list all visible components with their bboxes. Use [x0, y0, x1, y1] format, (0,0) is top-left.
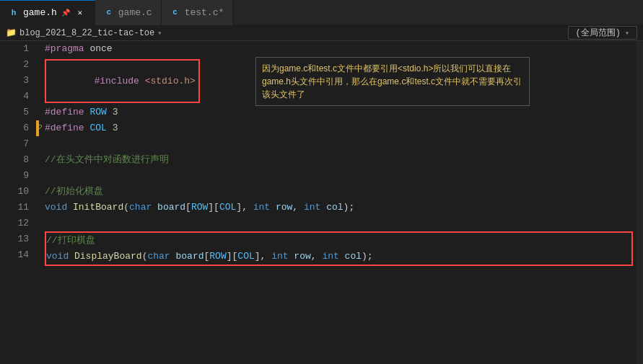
- line-num-9: 9: [14, 168, 29, 184]
- code-line-6: 🖊 #define COL 3: [45, 120, 636, 136]
- tab-label: game.h: [23, 7, 57, 18]
- tab-label: test.c*: [185, 7, 224, 18]
- scope-label: (全局范围): [576, 27, 621, 39]
- line-num-11: 11: [14, 200, 29, 216]
- line-num-6: 6: [14, 120, 29, 136]
- code-line-14: void DisplayBoard(char board[ROW][COL], …: [46, 249, 631, 265]
- tab-game-h[interactable]: h game.h 📌 ✕: [0, 0, 95, 25]
- c-file-icon2: c: [170, 7, 180, 17]
- code-line-8: //在头文件中对函数进行声明: [45, 152, 636, 168]
- pencil-icon: 🖊: [39, 122, 43, 138]
- annotation-box: 因为game.c和test.c文件中都要引用<stdio.h>所以我们可以直接在…: [255, 57, 530, 106]
- folder-icon: 📁: [6, 27, 17, 38]
- line-num-1: 1: [14, 41, 29, 57]
- pin-icon: 📌: [61, 9, 70, 17]
- code-line-12: [45, 216, 636, 231]
- line-num-12: 12: [14, 216, 29, 231]
- annotation-text: 因为game.c和test.c文件中都要引用<stdio.h>所以我们可以直接在…: [262, 63, 522, 99]
- code-line-5: #define ROW 3: [45, 105, 636, 120]
- tab-game-c[interactable]: c game.c: [95, 0, 162, 25]
- tab-bar: h game.h 📌 ✕ c game.c c test.c*: [0, 0, 643, 25]
- line-num-8: 8: [14, 152, 29, 168]
- line-numbers: 1 2 3 4 5 6 7 8 9 10 11 12 13 14: [0, 41, 36, 364]
- code-line-10: //初始化棋盘: [45, 184, 636, 200]
- code-line-9: [45, 168, 636, 184]
- c-file-icon: c: [104, 7, 114, 17]
- code-pragma: #pragma: [45, 41, 89, 57]
- code-line-11: void InitBoard(char board[ROW][COL], int…: [45, 200, 636, 216]
- breadcrumb-project[interactable]: blog_2021_8_22_tic-tac-toe: [19, 28, 162, 38]
- tab-label: game.c: [118, 7, 152, 18]
- line-num-3: 3: [14, 73, 29, 89]
- code-line-7: [45, 136, 636, 152]
- line-num-13: 13: [14, 231, 29, 247]
- line-num-4: 4: [14, 89, 29, 105]
- code-line-1: #pragma once: [45, 41, 636, 57]
- breadcrumb-bar: 📁 blog_2021_8_22_tic-tac-toe (全局范围): [0, 25, 643, 41]
- line-num-5: 5: [14, 105, 29, 120]
- line-num-7: 7: [14, 136, 29, 152]
- close-icon[interactable]: ✕: [74, 7, 86, 19]
- line-num-14: 14: [14, 247, 29, 263]
- scope-selector[interactable]: (全局范围): [568, 26, 637, 40]
- display-board-highlight-box: //打印棋盘 void DisplayBoard(char board[ROW]…: [45, 231, 633, 266]
- line-num-10: 10: [14, 184, 29, 200]
- code-content[interactable]: #pragma once #include <stdio.h> #define …: [39, 41, 636, 364]
- scrollbar[interactable]: [636, 41, 643, 364]
- editor: 1 2 3 4 5 6 7 8 9 10 11 12 13 14 #pragma…: [0, 41, 643, 364]
- h-file-icon: h: [9, 8, 19, 18]
- line-num-2: 2: [14, 57, 29, 73]
- tab-test-c[interactable]: c test.c*: [162, 0, 234, 25]
- code-line-13: //打印棋盘: [46, 233, 631, 249]
